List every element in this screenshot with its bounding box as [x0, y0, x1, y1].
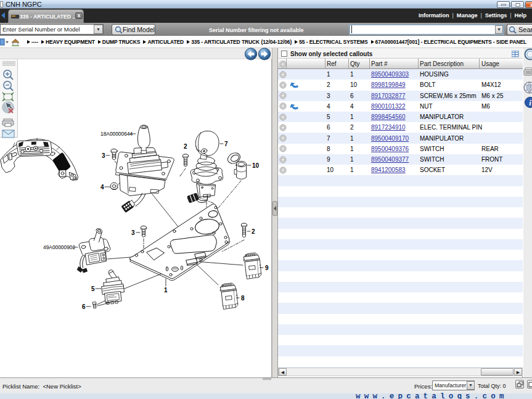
- svg-text:3: 3: [102, 152, 105, 159]
- svg-text:6: 6: [82, 303, 86, 310]
- svg-text:18A00000644: 18A00000644: [100, 131, 133, 137]
- svg-text:2: 2: [252, 228, 255, 235]
- svg-text:10: 10: [252, 162, 260, 169]
- svg-text:9: 9: [265, 265, 269, 271]
- svg-text:49A00000902: 49A00000902: [43, 244, 76, 250]
- svg-text:8: 8: [241, 295, 245, 302]
- svg-text:4: 4: [100, 184, 104, 191]
- svg-text:7: 7: [224, 141, 228, 147]
- svg-text:i: i: [529, 98, 531, 107]
- svg-text:1: 1: [164, 287, 168, 294]
- svg-text:2: 2: [184, 143, 187, 150]
- svg-text:3: 3: [131, 229, 135, 236]
- svg-text:5: 5: [91, 286, 95, 292]
